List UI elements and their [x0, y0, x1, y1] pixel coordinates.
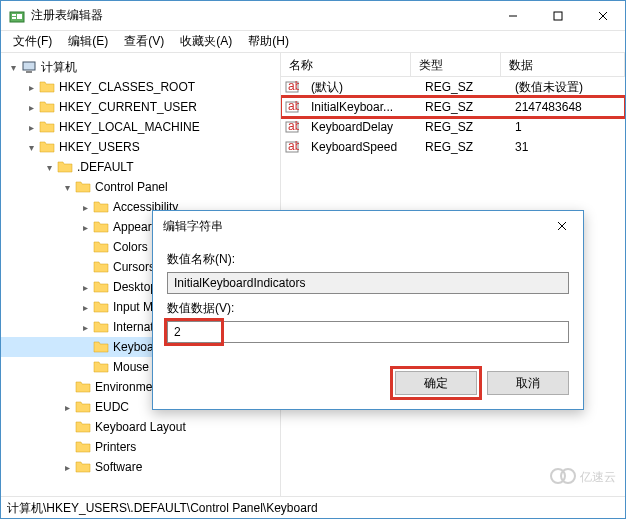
svg-rect-5 [554, 12, 562, 20]
folder-icon [75, 379, 91, 395]
svg-rect-2 [12, 17, 16, 19]
col-header-type[interactable]: 类型 [411, 53, 501, 76]
tree-item[interactable]: ▸Software [1, 457, 280, 477]
folder-icon [75, 419, 91, 435]
folder-icon [93, 239, 109, 255]
reg-string-icon: ab [285, 120, 299, 134]
reg-string-icon: ab [285, 140, 299, 154]
value-data-label: 数值数据(V): [167, 300, 569, 317]
chevron-down-icon[interactable]: ▾ [41, 159, 57, 175]
reg-string-icon: ab [285, 100, 299, 114]
folder-icon [39, 139, 55, 155]
list-header: 名称 类型 数据 [281, 53, 625, 77]
dialog-titlebar[interactable]: 编辑字符串 [153, 211, 583, 241]
chevron-right-icon[interactable]: ▸ [59, 399, 75, 415]
menu-file[interactable]: 文件(F) [5, 31, 60, 52]
computer-icon [21, 59, 37, 75]
folder-icon [39, 119, 55, 135]
chevron-down-icon[interactable]: ▾ [5, 59, 21, 75]
menu-edit[interactable]: 编辑(E) [60, 31, 116, 52]
tree-item[interactable]: Printers [1, 437, 280, 457]
titlebar[interactable]: 注册表编辑器 [1, 1, 625, 31]
tree-item[interactable]: ▾HKEY_USERS [1, 137, 280, 157]
dialog-close-button[interactable] [541, 212, 583, 240]
tree-item[interactable]: Keyboard Layout [1, 417, 280, 437]
reg-string-icon: ab [285, 80, 299, 94]
window-title: 注册表编辑器 [31, 7, 490, 24]
svg-text:亿速云: 亿速云 [579, 470, 616, 484]
folder-icon [93, 259, 109, 275]
svg-text:ab: ab [288, 140, 299, 153]
menubar: 文件(F) 编辑(E) 查看(V) 收藏夹(A) 帮助(H) [1, 31, 625, 53]
chevron-right-icon[interactable]: ▸ [23, 99, 39, 115]
window-buttons [490, 1, 625, 30]
menu-view[interactable]: 查看(V) [116, 31, 172, 52]
svg-rect-8 [23, 62, 35, 70]
folder-icon [93, 319, 109, 335]
close-button[interactable] [580, 1, 625, 30]
dialog-buttons: 确定 取消 [153, 361, 583, 409]
col-header-data[interactable]: 数据 [501, 53, 625, 76]
chevron-right-icon[interactable]: ▸ [77, 219, 93, 235]
tree-root[interactable]: ▾ 计算机 [1, 57, 280, 77]
ok-button[interactable]: 确定 [395, 371, 477, 395]
chevron-right-icon[interactable]: ▸ [77, 279, 93, 295]
app-icon [9, 8, 25, 24]
minimize-button[interactable] [490, 1, 535, 30]
folder-icon [57, 159, 73, 175]
tree-item[interactable]: ▸HKEY_CLASSES_ROOT [1, 77, 280, 97]
folder-icon [39, 79, 55, 95]
svg-rect-1 [12, 14, 16, 16]
folder-icon [93, 359, 109, 375]
chevron-down-icon[interactable]: ▾ [59, 179, 75, 195]
list-row[interactable]: ab KeyboardSpeed REG_SZ 31 [281, 137, 625, 157]
value-name-label: 数值名称(N): [167, 251, 569, 268]
folder-icon [75, 439, 91, 455]
list-row-highlighted[interactable]: ab InitialKeyboar... REG_SZ 2147483648 [281, 97, 625, 117]
svg-text:ab: ab [288, 120, 299, 133]
chevron-right-icon[interactable]: ▸ [77, 299, 93, 315]
svg-rect-3 [17, 14, 22, 19]
chevron-right-icon[interactable]: ▸ [77, 319, 93, 335]
cancel-button[interactable]: 取消 [487, 371, 569, 395]
list-row[interactable]: ab (默认) REG_SZ (数值未设置) [281, 77, 625, 97]
value-data-field[interactable] [167, 321, 569, 343]
svg-text:ab: ab [288, 100, 299, 113]
folder-icon [75, 459, 91, 475]
watermark: 亿速云 [548, 464, 618, 491]
menu-help[interactable]: 帮助(H) [240, 31, 297, 52]
chevron-right-icon[interactable]: ▸ [77, 199, 93, 215]
folder-icon [93, 299, 109, 315]
statusbar: 计算机\HKEY_USERS\.DEFAULT\Control Panel\Ke… [1, 496, 625, 518]
dialog-title: 编辑字符串 [163, 218, 541, 235]
tree-item[interactable]: ▾Control Panel [1, 177, 280, 197]
folder-icon [75, 179, 91, 195]
folder-icon [39, 99, 55, 115]
maximize-button[interactable] [535, 1, 580, 30]
menu-favorites[interactable]: 收藏夹(A) [172, 31, 240, 52]
folder-icon [93, 339, 109, 355]
value-name-field [167, 272, 569, 294]
tree-item[interactable]: ▾.DEFAULT [1, 157, 280, 177]
svg-rect-9 [26, 71, 32, 73]
dialog-body: 数值名称(N): 数值数据(V): [153, 241, 583, 361]
tree-item[interactable]: ▸HKEY_LOCAL_MACHINE [1, 117, 280, 137]
col-header-name[interactable]: 名称 [281, 53, 411, 76]
edit-string-dialog: 编辑字符串 数值名称(N): 数值数据(V): 确定 取消 [152, 210, 584, 410]
chevron-right-icon[interactable]: ▸ [23, 79, 39, 95]
svg-text:ab: ab [288, 80, 299, 93]
folder-icon [93, 219, 109, 235]
folder-icon [93, 199, 109, 215]
tree-item[interactable]: ▸HKEY_CURRENT_USER [1, 97, 280, 117]
chevron-right-icon[interactable]: ▸ [23, 119, 39, 135]
folder-icon [93, 279, 109, 295]
chevron-down-icon[interactable]: ▾ [23, 139, 39, 155]
folder-icon [75, 399, 91, 415]
chevron-right-icon[interactable]: ▸ [59, 459, 75, 475]
list-row[interactable]: ab KeyboardDelay REG_SZ 1 [281, 117, 625, 137]
svg-point-21 [561, 469, 575, 483]
